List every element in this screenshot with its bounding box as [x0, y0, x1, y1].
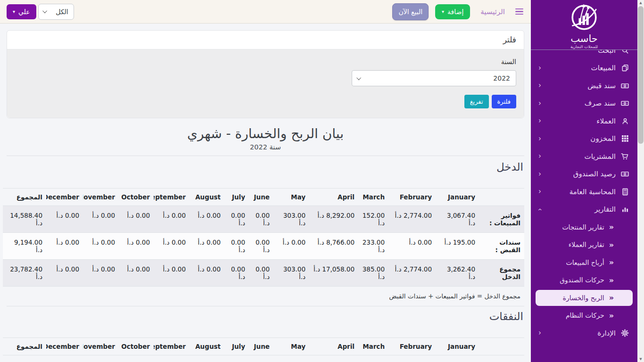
sidebar-item-content: العملاء: [596, 117, 629, 125]
month-column-header: May: [273, 338, 309, 355]
table-cell: 14,588.40 د.أ: [3, 206, 46, 233]
table-cell: 0.00 د.أ: [273, 233, 309, 260]
sidebar-item-label: التقارير: [594, 205, 616, 214]
month-column-header: February: [388, 338, 436, 355]
table-cell: 8,766.00 د.أ: [309, 233, 358, 260]
table-cell: 0.00 د.أ: [224, 260, 249, 287]
month-column-header: May: [273, 189, 309, 206]
table-cell: 2,774.00 د.أ: [388, 206, 436, 233]
table-row: مجموع الدخل3,262.40 د.أ2,774.00 د.أ385.0…: [3, 260, 524, 287]
table-row-label: مجموع الدخل: [479, 260, 524, 287]
sidebar-item-cash-movements[interactable]: «حركات الصندوق: [531, 272, 637, 289]
year-select[interactable]: 2022: [352, 70, 516, 86]
sidebar-subitem-label: الربح والخسارة: [563, 294, 604, 302]
table-cell: 0.00 د.أ: [83, 233, 119, 260]
sell-now-button[interactable]: البيع الآن: [392, 3, 429, 20]
table-cell: 0.00 د.أ: [388, 233, 436, 260]
expenses-table: JanuaryFebruaryMarchAprilMayJuneJulyAugu…: [3, 337, 524, 355]
filter-reset-button[interactable]: تفريغ: [464, 95, 489, 108]
month-column-header: July: [224, 189, 249, 206]
user-menu-button[interactable]: علي ▾: [7, 4, 36, 19]
income-table: JanuaryFebruaryMarchAprilMayJuneJulyAugu…: [3, 188, 524, 287]
sidebar-item-cash-balance[interactable]: رصيد الصندوق‹: [531, 165, 637, 183]
menu-toggle-icon[interactable]: [515, 8, 523, 15]
chevron-down-icon: ‹: [537, 208, 544, 211]
sidebar-item-receipt-voucher[interactable]: سند قبض‹: [531, 77, 637, 95]
branch-select[interactable]: الكل: [38, 4, 74, 20]
total-column-header: المجموع: [3, 189, 46, 206]
chevron-left-icon: ‹: [538, 82, 541, 89]
table-cell: 17,058.00 د.أ: [309, 260, 358, 287]
sidebar-item-payment-voucher[interactable]: سند صرف‹: [531, 95, 637, 113]
table-cell: 9,194.00 د.أ: [3, 233, 46, 260]
expenses-section-title: النفقات: [8, 310, 523, 322]
table-cell: 233.00 د.أ: [358, 233, 388, 260]
filter-card-body: السنة 2022 فلترة تفريغ: [7, 49, 524, 118]
sidebar-item-administration[interactable]: الإدارة‹: [531, 324, 637, 342]
table-cell: 0.00 د.أ: [190, 260, 224, 287]
sidebar-item-sales[interactable]: المبيعات‹: [531, 59, 637, 77]
sidebar-item-system-movements[interactable]: «حركات النظام: [531, 307, 637, 325]
chevron-left-icon: ‹: [538, 153, 541, 160]
page-content: فلتر السنة 2022 فلترة تفريغ بيان الربح و…: [0, 24, 531, 362]
sidebar-item-purchases[interactable]: المشتريات‹: [531, 148, 637, 165]
report-title: بيان الربح والخسارة - شهري: [7, 126, 524, 141]
sidebar-scrollbar[interactable]: ▲ ▼: [637, 0, 644, 362]
sidebar-item-general-accounting[interactable]: المحاسبة العامة‹: [531, 183, 637, 201]
table-cell: 303.00 د.أ: [273, 260, 309, 287]
month-column-header: November: [83, 189, 119, 206]
scroll-down-arrow[interactable]: ▼: [637, 356, 644, 362]
gear-icon: [621, 329, 629, 337]
sidebar-item-label: المبيعات: [591, 64, 616, 72]
add-button[interactable]: إضافة ▾: [435, 4, 470, 19]
month-column-header: February: [388, 189, 436, 206]
home-link[interactable]: الرئيسية: [480, 8, 505, 16]
sidebar-item-label: المشتريات: [585, 152, 616, 161]
month-column-header: August: [190, 189, 224, 206]
sidebar-item-inventory[interactable]: المخزون‹: [531, 130, 637, 148]
sidebar-item-label: سند قبض: [587, 82, 616, 90]
sidebar-item-label: سند صرف: [585, 99, 616, 107]
sidebar-item-content: الإدارة: [597, 329, 629, 337]
sidebar-item-label: المحاسبة العامة: [570, 188, 616, 196]
filter-card-title: فلتر: [7, 31, 524, 49]
sidebar-item-content: المشتريات: [585, 152, 629, 161]
chevron-left-icon: ‹: [538, 171, 541, 178]
sidebar-item-content: المبيعات: [591, 64, 629, 72]
table-cell: 3,262.40 د.أ: [436, 260, 479, 287]
sidebar-item-content: المخزون: [590, 134, 629, 143]
filter-apply-button[interactable]: فلترة: [492, 95, 516, 108]
sidebar-item-content: رصيد الصندوق: [573, 170, 629, 178]
sidebar-item-customers[interactable]: العملاء‹: [531, 112, 637, 130]
row-label-column-header: [479, 338, 524, 355]
sidebar-item-customer-reports[interactable]: «تقارير العملاء: [531, 236, 637, 254]
double-chevron-icon: «: [609, 276, 614, 285]
table-cell: 0.00 د.أ: [154, 206, 190, 233]
sidebar-item-label: رصيد الصندوق: [573, 170, 616, 178]
month-column-header: October: [119, 189, 154, 206]
add-button-label: إضافة: [447, 8, 463, 16]
branch-select-value: الكل: [56, 8, 68, 16]
sidebar: حاسب للمحلات التجارية البحثالمبيعات‹سند …: [531, 0, 637, 362]
total-column-header: المجموع: [3, 338, 46, 355]
sidebar-item-label: العملاء: [596, 117, 616, 125]
table-cell: 0.00 د.أ: [190, 233, 224, 260]
scroll-up-arrow[interactable]: ▲: [637, 0, 644, 6]
double-chevron-icon: «: [609, 222, 614, 231]
table-cell: 0.00 د.أ: [46, 260, 83, 287]
table-cell: 23,782.40 د.أ: [3, 260, 46, 287]
month-column-header: July: [224, 338, 249, 355]
caret-down-icon: ▾: [13, 9, 15, 14]
table-cell: 385.00 د.أ: [358, 260, 388, 287]
sidebar-item-label: المخزون: [590, 134, 616, 143]
year-label: السنة: [15, 58, 516, 66]
scroll-thumb[interactable]: [638, 6, 644, 144]
sidebar-item-profit-loss[interactable]: «الربح والخسارة: [536, 290, 633, 306]
table-cell: 0.00 د.أ: [119, 206, 154, 233]
sidebar-item-reports[interactable]: التقارير‹: [531, 201, 637, 219]
filter-card: فلتر السنة 2022 فلترة تفريغ: [7, 30, 524, 118]
month-column-header: December: [46, 338, 83, 355]
sidebar-item-product-reports[interactable]: «تقارير المنتجات: [531, 218, 637, 236]
sidebar-item-sales-profits[interactable]: «أرباح المبيعات: [531, 254, 637, 272]
table-cell: 3,067.40 د.أ: [436, 206, 479, 233]
